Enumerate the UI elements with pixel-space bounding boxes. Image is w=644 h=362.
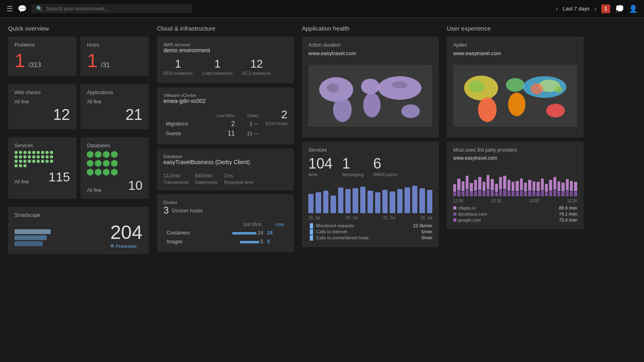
transactions-label: Transactions bbox=[163, 180, 189, 185]
svg-point-14 bbox=[508, 93, 525, 116]
party-bar-top bbox=[561, 183, 564, 191]
docker-card[interactable]: Docker 3 Docker hosts last Mon now Conta… bbox=[157, 194, 294, 252]
user-feedback-icon[interactable]: 💭 bbox=[615, 4, 624, 13]
party-bar-top bbox=[478, 177, 481, 189]
party-bar-top bbox=[499, 177, 502, 189]
notification-badge[interactable]: 1 bbox=[601, 4, 610, 13]
search-input[interactable] bbox=[46, 6, 188, 12]
statements-label: Statements bbox=[195, 180, 218, 185]
dynatrace-icon bbox=[453, 212, 456, 216]
party-bar-bottom bbox=[508, 191, 510, 196]
hosts-label: Hosts bbox=[87, 42, 142, 48]
action-duration-card[interactable]: Action duration www.easytravel.com bbox=[302, 37, 439, 138]
user-experience-col: User experience Apdex www.easytravel.com bbox=[443, 25, 588, 355]
bar-item bbox=[316, 192, 321, 213]
next-arrow[interactable]: › bbox=[594, 5, 597, 12]
party-bar-top bbox=[453, 184, 456, 192]
apdex-card[interactable]: Apdex www.easytravel.com bbox=[447, 37, 584, 138]
databases-count: 10 bbox=[128, 178, 142, 193]
party-bar-group bbox=[462, 164, 464, 196]
third-party-card[interactable]: Most used 3rd party providers www.easytr… bbox=[447, 142, 584, 229]
aws-card[interactable]: AWS account demo environment 1 RDS insta… bbox=[157, 37, 294, 83]
services-health-card[interactable]: Services 104 Web 1 Messaging 6 RMI/Custo… bbox=[302, 142, 439, 247]
third-party-chart bbox=[453, 164, 577, 196]
menu-icon[interactable]: ☰ bbox=[6, 4, 13, 13]
user-experience-title: User experience bbox=[447, 25, 584, 32]
prev-arrow[interactable]: ‹ bbox=[556, 5, 558, 12]
nav-right: ‹ Last 7 days › 1 💭 👤 bbox=[556, 4, 638, 13]
bar-item bbox=[308, 194, 314, 213]
transactions-unit: /min bbox=[171, 173, 181, 179]
party-bar-bottom bbox=[541, 191, 544, 196]
cloud-infra-col: Cloud & infrastructure AWS account demo … bbox=[153, 25, 298, 355]
vmware-card[interactable]: VMware vCenter emea-gdn-vc002 Last Mon T… bbox=[157, 87, 294, 144]
aws-name: demo environment bbox=[163, 47, 287, 53]
app-health-title: Application health bbox=[302, 25, 439, 32]
google-row: google.com 73.4 /min bbox=[453, 218, 577, 222]
party-bar-bottom bbox=[499, 190, 502, 196]
party-bar-bottom bbox=[457, 191, 460, 196]
apdex-label: Apdex bbox=[453, 42, 577, 48]
party-bar-bottom bbox=[553, 190, 556, 196]
images-now: 5 bbox=[265, 238, 287, 246]
user-account-icon[interactable]: 👤 bbox=[629, 4, 638, 13]
bar-item bbox=[360, 187, 365, 213]
apdex-world-map bbox=[453, 60, 577, 132]
hosts-card[interactable]: Hosts 1 /31 bbox=[80, 37, 149, 76]
calls-unmonitored-val: 0/min bbox=[421, 235, 432, 240]
docker-label: Docker bbox=[163, 200, 287, 205]
images-bar bbox=[240, 241, 259, 243]
search-icon: 🔍 bbox=[36, 6, 43, 12]
database-name: easyTravelBusiness (Derby Client) bbox=[163, 159, 287, 165]
party-bar-group bbox=[453, 164, 456, 196]
party-bar-group bbox=[533, 164, 535, 196]
chat-icon[interactable]: 💬 bbox=[18, 4, 27, 13]
web-checks-status: All fine bbox=[14, 99, 29, 105]
web-checks-label: Web checks bbox=[14, 90, 70, 95]
applications-card[interactable]: Applications All fine 21 bbox=[80, 84, 149, 129]
party-bar-group bbox=[537, 164, 539, 196]
smartscape-label: Smartscape bbox=[14, 212, 142, 218]
vmware-esxi-label: ESXi hosts bbox=[266, 121, 287, 126]
containers-now: 24 bbox=[265, 229, 287, 237]
party-bar-top bbox=[470, 183, 473, 192]
statements-metric: 845/min Statements bbox=[195, 169, 218, 185]
party-bar-top bbox=[524, 183, 527, 191]
svg-point-7 bbox=[327, 83, 339, 93]
party-bar-bottom bbox=[470, 192, 473, 196]
databases-status: All fine bbox=[87, 187, 101, 193]
database-metrics: 112/min Transactions 845/min Statements … bbox=[163, 169, 287, 185]
time-label-2: 12:30 bbox=[491, 199, 501, 203]
problems-card[interactable]: Problems 1 /313 bbox=[8, 37, 76, 76]
main-content: Quick overview Problems 1 /313 Hosts 1 /… bbox=[0, 18, 644, 362]
party-bar-top bbox=[495, 184, 498, 192]
party-bar-group bbox=[457, 164, 460, 196]
time-range[interactable]: Last 7 days bbox=[563, 6, 590, 12]
party-bar-group bbox=[487, 164, 489, 196]
party-bar-top bbox=[508, 180, 510, 190]
party-bar-group bbox=[553, 164, 556, 196]
party-bar-bottom bbox=[557, 191, 560, 196]
web-checks-card[interactable]: Web checks All fine 12 bbox=[8, 84, 76, 129]
bar-item bbox=[330, 195, 336, 213]
svg-point-4 bbox=[363, 93, 380, 117]
databases-card[interactable]: Databases All fine 10 bbox=[80, 137, 149, 199]
database-label: Database bbox=[163, 154, 287, 159]
party-bar-group bbox=[557, 164, 560, 196]
vmware-table: Last Mon Today Migrations 2 2 — Guests bbox=[163, 111, 261, 139]
party-bar-group bbox=[503, 164, 506, 196]
services-card[interactable]: Services All fine 115 bbox=[8, 137, 76, 199]
bar-item bbox=[397, 189, 402, 213]
bar-item bbox=[345, 189, 351, 213]
transactions-metric: 112/min Transactions bbox=[163, 169, 189, 185]
action-duration-url: www.easytravel.com bbox=[308, 50, 432, 56]
smartscape-card[interactable]: Smartscape 204 ⚙ Processes bbox=[8, 207, 149, 254]
party-bar-group bbox=[545, 164, 548, 196]
date-label-1: 18. Jul bbox=[308, 216, 320, 220]
smartscape-count: 204 bbox=[110, 221, 142, 243]
transactions-val: 112 bbox=[163, 173, 171, 179]
database-card[interactable]: Database easyTravelBusiness (Derby Clien… bbox=[157, 148, 294, 190]
party-bar-bottom bbox=[528, 191, 531, 196]
apdex-map-svg bbox=[453, 60, 577, 132]
response-metric: 1ms Response time bbox=[224, 169, 253, 185]
